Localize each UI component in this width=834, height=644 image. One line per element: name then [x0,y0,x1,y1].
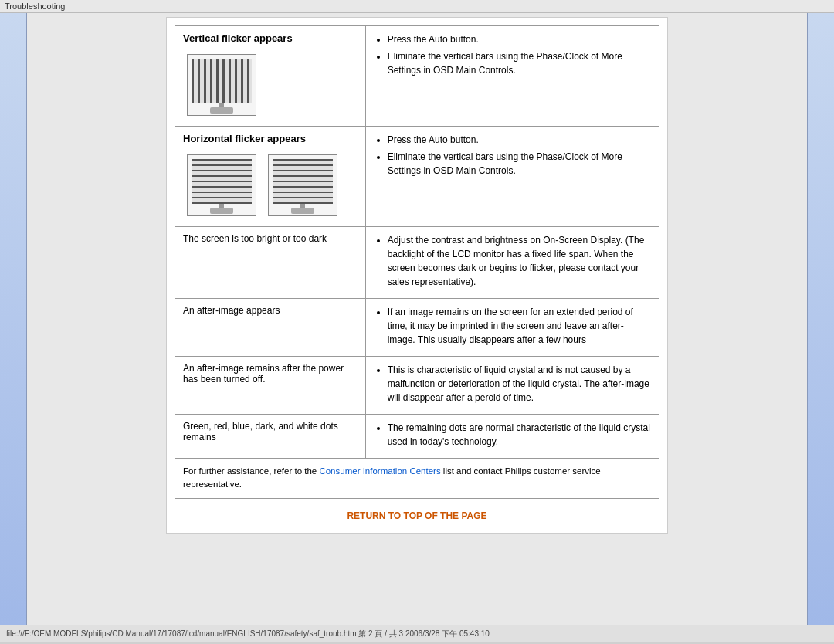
solution-cell-afterimage: If an image remains on the screen for an… [365,299,659,357]
problem-text-dots: Green, red, blue, dark, and white dots r… [183,421,338,442]
footer-pre-text: For further assistance, refer to the [183,466,319,476]
list-item: This is characteristic of liquid crystal… [388,363,651,405]
monitor-base [210,208,233,214]
monitor-screen [192,159,252,204]
list-item: If an image remains on the screen for an… [388,305,651,347]
problem-text-brightness: The screen is too bright or too dark [183,233,327,244]
top-bar: Troubleshooting [0,0,834,13]
monitor-screen [192,59,252,103]
footer-bar-text: file:///F:/OEM MODELS/philips/CD Manual/… [6,629,490,638]
content-area: Vertical flicker appears [27,13,807,625]
problem-cell-brightness: The screen is too bright or too dark [175,227,366,299]
vertical-lines-graphic [192,59,252,103]
solution-cell-dots: The remaining dots are normal characteri… [365,415,659,459]
problem-cell-dots: Green, red, blue, dark, and white dots r… [175,415,366,459]
list-item: Eliminate the vertical bars using the Ph… [388,150,651,178]
list-item: Press the Auto button. [388,133,651,147]
solution-list-vertical: Press the Auto button. Eliminate the ver… [388,32,651,77]
problem-title-vertical: Vertical flicker appears [183,32,358,44]
list-item: Eliminate the vertical bars using the Ph… [388,49,651,77]
list-item: Adjust the contrast and brightness on On… [388,233,651,289]
monitor-base [291,208,314,214]
problem-title-horizontal: Horizontal flicker appears [183,133,358,144]
table-row: An after-image appears If an image remai… [175,299,659,357]
list-item: The remaining dots are normal characteri… [388,421,651,449]
problem-cell-afterimage-power: An after-image remains after the power h… [175,357,366,415]
document-container: Vertical flicker appears [166,17,668,534]
solution-cell-brightness: Adjust the contrast and brightness on On… [365,227,659,299]
footer-assistance-row: For further assistance, refer to the Con… [175,459,659,499]
monitor-image-horizontal-2 [268,154,337,216]
problem-cell-afterimage: An after-image appears [175,299,366,357]
table-row: An after-image remains after the power h… [175,357,659,415]
monitor-image-horizontal-1 [187,154,256,216]
solution-cell-vertical: Press the Auto button. Eliminate the ver… [365,26,659,127]
right-sidebar [807,13,834,625]
solution-list-afterimage: If an image remains on the screen for an… [388,305,651,347]
solution-list-brightness: Adjust the contrast and brightness on On… [388,233,651,289]
solution-list-afterimage-power: This is characteristic of liquid crystal… [388,363,651,405]
troubleshoot-table: Vertical flicker appears [175,25,659,459]
images-row-horizontal [183,151,358,220]
solution-cell-horizontal: Press the Auto button. Eliminate the ver… [365,127,659,227]
problem-text-afterimage: An after-image appears [183,305,280,316]
horizontal-lines-graphic [192,159,252,204]
solution-list-horizontal: Press the Auto button. Eliminate the ver… [388,133,651,178]
monitor-image-vertical [187,54,256,116]
horizontal-lines-graphic [273,159,333,204]
return-to-top-container: RETURN TO TOP OF THE PAGE [175,499,659,525]
top-bar-label: Troubleshooting [5,2,65,11]
problem-text-afterimage-power: An after-image remains after the power h… [183,363,344,385]
monitor-base [210,107,233,114]
solution-list-dots: The remaining dots are normal characteri… [388,421,651,449]
problem-cell-horizontal: Horizontal flicker appears [175,127,366,227]
images-row-vertical [183,50,358,120]
problem-cell-vertical: Vertical flicker appears [175,26,366,127]
footer-bar: file:///F:/OEM MODELS/philips/CD Manual/… [0,625,834,642]
return-to-top-link[interactable]: RETURN TO TOP OF THE PAGE [347,510,486,521]
table-row: Vertical flicker appears [175,26,659,127]
monitor-screen [273,159,333,204]
solution-cell-afterimage-power: This is characteristic of liquid crystal… [365,357,659,415]
list-item: Press the Auto button. [388,32,651,46]
table-row: Green, red, blue, dark, and white dots r… [175,415,659,459]
left-sidebar [0,13,27,625]
consumer-info-link[interactable]: Consumer Information Centers [319,466,440,476]
table-row: Horizontal flicker appears [175,127,659,227]
table-row: The screen is too bright or too dark Adj… [175,227,659,299]
